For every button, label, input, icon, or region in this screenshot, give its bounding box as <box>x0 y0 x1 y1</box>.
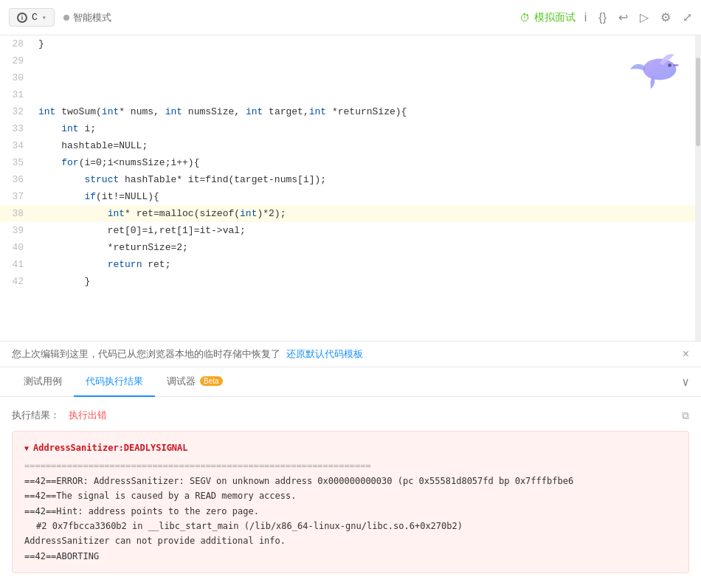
error-line-3: #2 0x7fbcca3360b2 in __libc_start_main (… <box>24 519 677 533</box>
lang-circle-icon: i <box>17 13 27 23</box>
bird-logo <box>627 43 686 102</box>
line-code[interactable]: hashtable=NULL; <box>35 137 695 154</box>
error-title-text: AddressSanitizer:DEADLYSIGNAL <box>33 440 188 455</box>
line-code[interactable]: if(it!=NULL){ <box>35 188 695 205</box>
line-number: 35 <box>0 154 35 171</box>
tab-badge: Beta <box>200 376 223 386</box>
line-number: 32 <box>0 103 35 120</box>
line-code[interactable] <box>35 69 695 86</box>
line-code[interactable]: *returnSize=2; <box>35 239 695 256</box>
undo-icon[interactable]: ↩ <box>618 10 628 24</box>
code-container[interactable]: 28}29303132int twoSum(int* nums, int num… <box>0 35 695 341</box>
error-box: ▼ AddressSanitizer:DEADLYSIGNAL ========… <box>12 431 689 573</box>
line-number: 33 <box>0 120 35 137</box>
lang-label: C <box>32 12 38 23</box>
tab-代码执行结果[interactable]: 代码执行结果 <box>74 367 155 397</box>
info-icon[interactable]: i <box>584 11 587 24</box>
error-line-1: ==42==The signal is caused by a READ mem… <box>24 488 677 503</box>
line-code[interactable] <box>35 52 695 69</box>
format-icon[interactable]: {} <box>598 11 607 24</box>
simulate-label: 模拟面试 <box>534 11 576 24</box>
triangle-icon: ▼ <box>24 442 29 454</box>
error-line-5: ==42==ABORTING <box>24 549 677 564</box>
settings-icon[interactable]: ⚙ <box>660 10 671 24</box>
line-number: 36 <box>0 171 35 188</box>
line-number: 37 <box>0 188 35 205</box>
chevron-down-icon: ▾ <box>42 13 46 22</box>
line-code[interactable]: int i; <box>35 120 695 137</box>
result-label: 执行结果： <box>12 409 60 422</box>
editor-area: 28}29303132int twoSum(int* nums, int num… <box>0 35 701 341</box>
line-code[interactable] <box>35 86 695 103</box>
simulate-button[interactable]: ⏱ 模拟面试 <box>519 11 576 24</box>
expand-icon[interactable]: ⤢ <box>683 10 692 24</box>
smart-mode-toggle[interactable]: 智能模式 <box>63 11 111 24</box>
collapse-panel-button[interactable]: ∨ <box>682 375 689 390</box>
line-code[interactable]: int twoSum(int* nums, int numsSize, int … <box>35 103 695 120</box>
code-table: 28}29303132int twoSum(int* nums, int num… <box>0 35 695 290</box>
editor-scrollbar[interactable] <box>695 35 701 341</box>
result-status: 执行出错 <box>69 409 107 422</box>
error-line-2: ==42==Hint: address points to the zero p… <box>24 504 677 519</box>
result-header: 执行结果： 执行出错 ⧉ <box>12 409 689 422</box>
svg-point-1 <box>668 63 671 67</box>
error-line-4: AddressSanitizer can not provide additio… <box>24 533 677 548</box>
language-selector[interactable]: i C ▾ <box>9 8 55 27</box>
line-code[interactable]: int* ret=malloc(sizeof(int)*2); <box>35 205 695 222</box>
tabs-bar: 测试用例代码执行结果调试器Beta ∨ <box>0 367 701 397</box>
notification-close-button[interactable]: × <box>683 347 689 361</box>
line-number: 28 <box>0 35 35 52</box>
smart-mode-label: 智能模式 <box>73 11 111 24</box>
tab-调试器[interactable]: 调试器Beta <box>155 367 235 397</box>
toolbar: i C ▾ 智能模式 ⏱ 模拟面试 i {} ↩ ▷ ⚙ ⤢ <box>0 0 701 35</box>
error-title: ▼ AddressSanitizer:DEADLYSIGNAL <box>24 440 677 455</box>
svg-point-0 <box>643 59 677 80</box>
line-number: 29 <box>0 52 35 69</box>
simulate-icon: ⏱ <box>519 12 530 24</box>
line-code[interactable]: return ret; <box>35 256 695 273</box>
line-number: 30 <box>0 69 35 86</box>
line-code[interactable]: } <box>35 35 695 52</box>
error-divider: ========================================… <box>24 458 677 473</box>
line-code[interactable]: ret[0]=i,ret[1]=it->val; <box>35 222 695 239</box>
line-number: 40 <box>0 239 35 256</box>
bottom-panel: 测试用例代码执行结果调试器Beta ∨ 执行结果： 执行出错 ⧉ ▼ Addre… <box>0 367 701 588</box>
notification-text: 您上次编辑到这里，代码已从您浏览器本地的临时存储中恢复了 <box>12 347 280 361</box>
run-icon[interactable]: ▷ <box>640 10 649 24</box>
line-number: 42 <box>0 273 35 290</box>
notification-bar: 您上次编辑到这里，代码已从您浏览器本地的临时存储中恢复了 还原默认代码模板 × <box>0 341 701 367</box>
line-code[interactable]: } <box>35 273 695 290</box>
line-code[interactable]: struct hashTable* it=find(target-nums[i]… <box>35 171 695 188</box>
tabs-container: 测试用例代码执行结果调试器Beta <box>12 367 235 397</box>
line-number: 39 <box>0 222 35 239</box>
copy-icon[interactable]: ⧉ <box>682 409 689 422</box>
restore-link[interactable]: 还原默认代码模板 <box>286 347 363 361</box>
result-content: 执行结果： 执行出错 ⧉ ▼ AddressSanitizer:DEADLYSI… <box>0 397 701 588</box>
toolbar-icons: i {} ↩ ▷ ⚙ ⤢ <box>584 10 692 24</box>
error-lines: ==42==ERROR: AddressSanitizer: SEGV on u… <box>24 474 677 564</box>
line-number: 31 <box>0 86 35 103</box>
scrollbar-thumb[interactable] <box>696 58 700 146</box>
line-number: 38 <box>0 205 35 222</box>
error-line-0: ==42==ERROR: AddressSanitizer: SEGV on u… <box>24 474 677 488</box>
line-number: 41 <box>0 256 35 273</box>
line-number: 34 <box>0 137 35 154</box>
smart-mode-dot <box>63 15 69 21</box>
tab-测试用例[interactable]: 测试用例 <box>12 367 74 397</box>
line-code[interactable]: for(i=0;i<numsSize;i++){ <box>35 154 695 171</box>
